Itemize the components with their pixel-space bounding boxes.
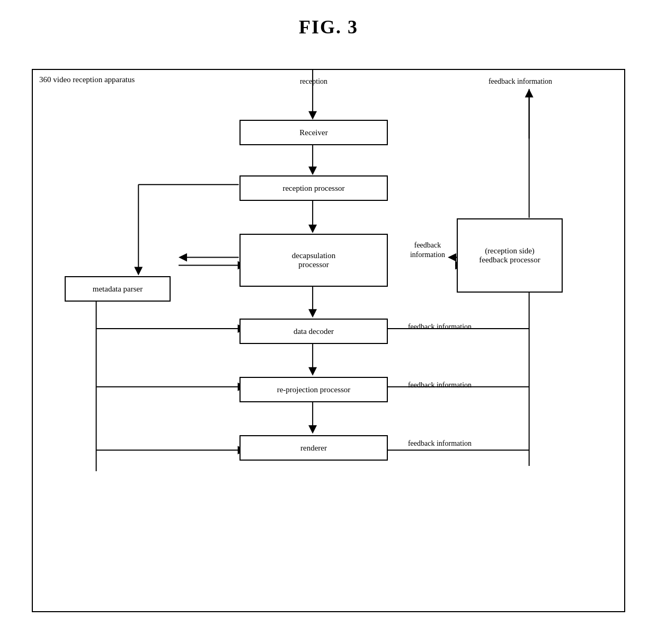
renderer-box: renderer xyxy=(239,435,388,461)
svg-marker-1 xyxy=(308,111,317,120)
data-decoder-box: data decoder xyxy=(239,319,388,344)
svg-marker-8 xyxy=(134,267,143,276)
page-title: FIG. 3 xyxy=(0,0,657,38)
feedback-info-decap-label: feedback information xyxy=(398,241,457,260)
feedback-information-top-label: feedback information xyxy=(467,77,573,86)
reprojection-processor-box: re-projection processor xyxy=(239,377,388,402)
svg-marker-14 xyxy=(308,309,317,317)
apparatus-label: 360 video reception apparatus xyxy=(39,75,135,84)
feedback-info-reproj-label: feedback information xyxy=(392,381,487,390)
feedback-info-renderer-label: feedback information xyxy=(392,439,487,448)
reception-processor-box: reception processor xyxy=(239,175,388,201)
svg-marker-3 xyxy=(308,166,317,175)
feedback-processor-box: (reception side) feedback processor xyxy=(457,218,563,293)
svg-marker-18 xyxy=(308,425,317,434)
decapsulation-processor-box: decapsulation processor xyxy=(239,234,388,287)
reception-label: reception xyxy=(282,77,345,86)
receiver-box: Receiver xyxy=(239,120,388,145)
metadata-parser-box: metadata parser xyxy=(65,276,171,302)
svg-marker-5 xyxy=(308,225,317,233)
svg-marker-10 xyxy=(179,253,187,262)
diagram-container: 360 video reception apparatus xyxy=(32,69,625,612)
feedback-info-decoder-label: feedback information xyxy=(392,323,487,331)
svg-marker-16 xyxy=(308,367,317,376)
svg-marker-27 xyxy=(525,89,534,98)
